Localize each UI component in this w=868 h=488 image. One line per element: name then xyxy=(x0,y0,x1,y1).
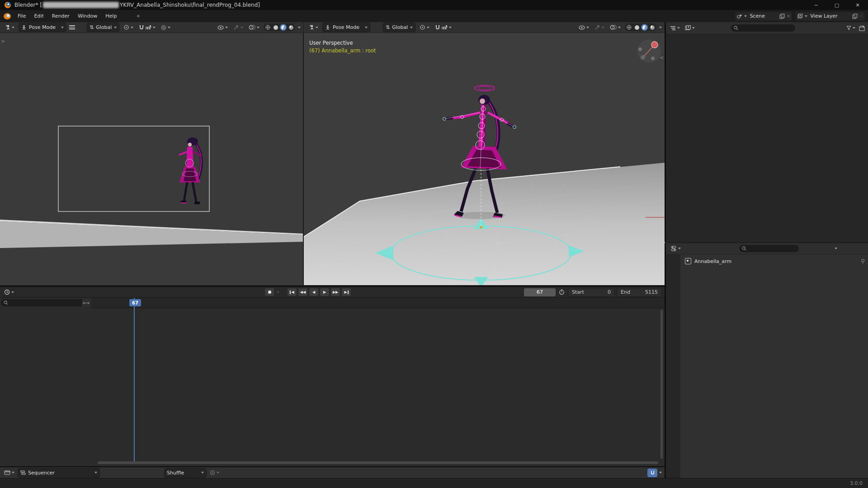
shading-rendered-button[interactable] xyxy=(649,24,656,31)
show-object-types-button[interactable] xyxy=(577,23,590,32)
region-toggle-arrow[interactable]: > xyxy=(1,38,5,44)
auto-keying-toggle[interactable] xyxy=(265,288,274,296)
mode-selector[interactable]: Pose Mode xyxy=(322,23,370,32)
view-layer-selector[interactable]: View Layer ✕ xyxy=(795,11,865,21)
blender-menu-icon[interactable] xyxy=(4,13,11,19)
scene-name: Scene xyxy=(749,13,778,19)
editor-type-button[interactable] xyxy=(3,288,15,296)
current-frame-field[interactable]: 67 xyxy=(524,288,556,296)
viewport-left-header: Pose Mode ⇅ Global xyxy=(0,22,303,33)
chevron-down-icon xyxy=(153,27,156,28)
shading-solid-button[interactable] xyxy=(272,24,279,31)
menu-help[interactable]: Help xyxy=(101,13,121,19)
filter-button[interactable] xyxy=(845,24,857,33)
shading-wireframe-button[interactable] xyxy=(626,24,632,31)
minimize-button[interactable]: ─ xyxy=(806,0,826,10)
active-object-name: (67) Annabella_arm : root xyxy=(309,47,376,55)
mode-label: Pose Mode xyxy=(333,24,363,30)
properties-search-input[interactable] xyxy=(739,245,799,252)
chevron-down-icon[interactable] xyxy=(659,27,662,28)
editor-type-button[interactable] xyxy=(670,244,682,253)
snap-toggle[interactable] xyxy=(434,23,453,32)
chevron-down-icon[interactable] xyxy=(298,27,301,28)
sequencer-snap-toggle[interactable] xyxy=(647,469,657,477)
outliner-search-input[interactable] xyxy=(731,24,795,32)
navigation-gizmo[interactable] xyxy=(637,39,661,63)
playhead-badge[interactable]: 67 xyxy=(129,299,141,306)
chevron-down-icon[interactable] xyxy=(659,472,662,474)
add-workspace-button[interactable]: + xyxy=(132,13,144,19)
keyframe-grid[interactable] xyxy=(91,298,665,466)
proportional-icon xyxy=(161,25,166,30)
frame-start-field[interactable]: Start 0 xyxy=(568,288,615,297)
jump-to-start-button[interactable]: ◀ xyxy=(288,288,297,296)
eye-icon xyxy=(579,25,585,30)
snap-target-icon xyxy=(442,25,448,30)
window-title-suffix: YKRV_Anabella_Shinshoku\final_rendProg_0… xyxy=(120,2,260,8)
overlays-button[interactable] xyxy=(609,23,622,32)
shading-solid-button[interactable] xyxy=(633,24,640,31)
channel-search-input[interactable] xyxy=(1,299,85,306)
sequencer-view-type-selector[interactable]: Sequencer xyxy=(18,468,100,478)
next-keyframe-button[interactable]: ▶▶ xyxy=(331,288,340,296)
new-scene-icon[interactable] xyxy=(779,14,785,19)
play-button[interactable]: ▶ xyxy=(320,288,329,296)
editor-type-button[interactable] xyxy=(669,24,681,33)
use-preview-range-toggle[interactable] xyxy=(557,288,566,296)
proportional-edit-toggle[interactable] xyxy=(160,23,172,32)
overlay-settings-button[interactable] xyxy=(208,469,221,477)
overlays-button[interactable] xyxy=(247,23,261,32)
shading-material-button[interactable] xyxy=(641,24,648,31)
snap-toggle[interactable] xyxy=(137,23,157,32)
pin-icon[interactable]: ⚲ xyxy=(861,258,865,264)
blend-mode-selector[interactable]: Shuffle xyxy=(164,468,207,478)
editor-type-button[interactable] xyxy=(3,23,16,32)
chevron-down-icon xyxy=(114,27,117,28)
horizontal-scrollbar[interactable] xyxy=(98,461,658,464)
maximize-button[interactable]: ▢ xyxy=(826,0,847,10)
transform-orientation-selector[interactable]: ⇅ Global xyxy=(383,23,415,32)
frame-end-field[interactable]: End 5115 xyxy=(617,288,662,297)
chevron-down-icon xyxy=(602,27,604,28)
vertical-scrollbar[interactable] xyxy=(660,310,663,459)
timeline-header: ◀ ◀◀ ◀ ▶ ▶▶ ▶ 67 Start 0 End 5115 xyxy=(0,286,665,298)
menu-render[interactable]: Render xyxy=(48,13,74,19)
shading-rendered-button[interactable] xyxy=(288,24,294,31)
close-button[interactable]: ✕ xyxy=(847,0,868,10)
shading-wireframe-button[interactable] xyxy=(264,24,271,31)
mode-selector[interactable]: Pose Mode xyxy=(19,23,66,32)
viewport-camera[interactable]: > xyxy=(0,33,303,285)
pivot-point-selector[interactable] xyxy=(122,23,135,32)
previous-keyframe-button[interactable]: ◀◀ xyxy=(298,288,307,296)
playhead-line[interactable] xyxy=(134,298,135,461)
menu-edit[interactable]: Edit xyxy=(30,13,47,19)
gizmos-button[interactable] xyxy=(593,23,606,32)
channel-expand-button[interactable]: ⟷ xyxy=(82,299,90,306)
region-toggle-arrow[interactable]: < xyxy=(660,55,664,61)
collapsed-menus-icon[interactable] xyxy=(69,25,75,29)
new-collection-icon[interactable] xyxy=(859,25,865,31)
menu-file[interactable]: File xyxy=(14,13,30,19)
transform-orientation-selector[interactable]: ⇅ Global xyxy=(87,23,119,32)
blender-version: 3.0.0 xyxy=(850,480,863,486)
chevron-down-icon xyxy=(225,27,228,28)
show-object-types-button[interactable] xyxy=(216,23,229,32)
outliner-editor-icon xyxy=(670,26,676,31)
play-reverse-button[interactable]: ◀ xyxy=(309,288,318,296)
shading-material-button[interactable] xyxy=(280,24,287,31)
editor-type-button[interactable] xyxy=(307,23,320,32)
editor-type-button[interactable] xyxy=(3,469,16,477)
chevron-down-icon[interactable] xyxy=(835,248,837,249)
mode-label: Pose Mode xyxy=(29,24,59,30)
view-layer-icon xyxy=(797,14,803,19)
pivot-point-selector[interactable] xyxy=(418,23,431,32)
menu-window[interactable]: Window xyxy=(74,13,101,19)
new-view-layer-icon[interactable] xyxy=(852,14,858,19)
display-mode-selector[interactable] xyxy=(684,24,696,33)
chevron-down-icon xyxy=(168,27,170,28)
scene-selector[interactable]: Scene ✕ xyxy=(735,11,793,21)
jump-to-end-button[interactable]: ▶ xyxy=(342,288,351,296)
viewport-3d[interactable]: User Perspective (67) Annabella_arm : ro… xyxy=(303,33,665,285)
gizmos-button[interactable] xyxy=(232,23,245,32)
unlink-scene-icon[interactable]: ✕ xyxy=(787,14,790,19)
